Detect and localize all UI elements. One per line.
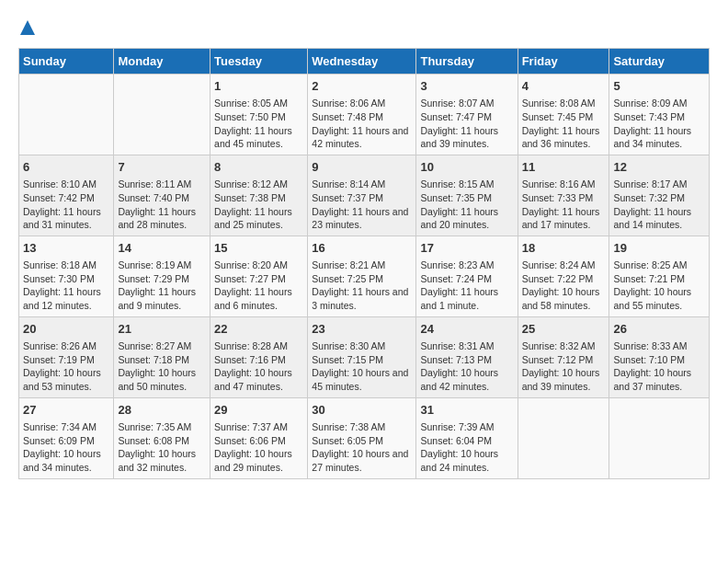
calendar-week-row: 1Sunrise: 8:05 AM Sunset: 7:50 PM Daylig… [19,75,710,155]
day-number: 17 [420,240,513,257]
logo-icon [20,20,35,35]
cell-content: Sunrise: 8:10 AM Sunset: 7:42 PM Dayligh… [23,178,109,232]
day-number: 7 [118,159,206,176]
cell-content: Sunrise: 8:24 AM Sunset: 7:22 PM Dayligh… [522,259,606,313]
day-number: 21 [118,321,206,338]
calendar-cell [114,75,210,155]
day-number: 30 [312,402,412,419]
calendar-cell: 1Sunrise: 8:05 AM Sunset: 7:50 PM Daylig… [210,75,308,155]
calendar-week-row: 27Sunrise: 7:34 AM Sunset: 6:09 PM Dayli… [19,397,710,478]
calendar-cell [609,397,710,478]
cell-content: Sunrise: 8:09 AM Sunset: 7:43 PM Dayligh… [613,97,705,151]
calendar-cell: 21Sunrise: 8:27 AM Sunset: 7:18 PM Dayli… [114,316,210,397]
calendar-cell: 10Sunrise: 8:15 AM Sunset: 7:35 PM Dayli… [416,155,518,236]
day-number: 13 [23,240,109,257]
calendar-cell: 17Sunrise: 8:23 AM Sunset: 7:24 PM Dayli… [416,236,518,316]
cell-content: Sunrise: 8:17 AM Sunset: 7:32 PM Dayligh… [613,178,705,232]
header-cell-monday: Monday [114,49,210,75]
day-number: 4 [522,78,606,95]
day-number: 14 [118,240,206,257]
calendar-cell: 16Sunrise: 8:21 AM Sunset: 7:25 PM Dayli… [308,236,416,316]
calendar-cell: 6Sunrise: 8:10 AM Sunset: 7:42 PM Daylig… [19,155,114,236]
calendar-cell: 8Sunrise: 8:12 AM Sunset: 7:38 PM Daylig… [210,155,308,236]
calendar-cell: 3Sunrise: 8:07 AM Sunset: 7:47 PM Daylig… [416,75,518,155]
day-number: 22 [214,321,303,338]
page-header [18,18,710,39]
day-number: 15 [214,240,303,257]
day-number: 27 [23,402,109,419]
day-number: 23 [312,321,412,338]
cell-content: Sunrise: 8:26 AM Sunset: 7:19 PM Dayligh… [23,339,109,394]
day-number: 2 [312,78,412,95]
cell-content: Sunrise: 8:18 AM Sunset: 7:30 PM Dayligh… [23,259,109,313]
calendar-cell [19,75,114,155]
day-number: 28 [118,402,206,419]
cell-content: Sunrise: 7:39 AM Sunset: 6:04 PM Dayligh… [420,420,513,475]
calendar-cell: 15Sunrise: 8:20 AM Sunset: 7:27 PM Dayli… [210,236,308,316]
cell-content: Sunrise: 8:20 AM Sunset: 7:27 PM Dayligh… [214,259,303,313]
day-number: 25 [522,321,606,338]
calendar-cell: 22Sunrise: 8:28 AM Sunset: 7:16 PM Dayli… [210,316,308,397]
cell-content: Sunrise: 7:35 AM Sunset: 6:08 PM Dayligh… [118,420,206,475]
cell-content: Sunrise: 8:15 AM Sunset: 7:35 PM Dayligh… [420,178,513,232]
day-number: 20 [23,321,109,338]
cell-content: Sunrise: 8:27 AM Sunset: 7:18 PM Dayligh… [118,339,206,394]
calendar-cell: 27Sunrise: 7:34 AM Sunset: 6:09 PM Dayli… [19,397,114,478]
calendar-cell: 26Sunrise: 8:33 AM Sunset: 7:10 PM Dayli… [609,316,710,397]
cell-content: Sunrise: 8:11 AM Sunset: 7:40 PM Dayligh… [118,178,206,232]
calendar-cell: 24Sunrise: 8:31 AM Sunset: 7:13 PM Dayli… [416,316,518,397]
calendar-week-row: 13Sunrise: 8:18 AM Sunset: 7:30 PM Dayli… [19,236,710,316]
calendar-cell: 20Sunrise: 8:26 AM Sunset: 7:19 PM Dayli… [19,316,114,397]
day-number: 12 [613,159,705,176]
calendar-cell: 25Sunrise: 8:32 AM Sunset: 7:12 PM Dayli… [518,316,609,397]
day-number: 10 [420,159,513,176]
day-number: 6 [23,159,109,176]
day-number: 1 [214,78,303,95]
day-number: 5 [613,78,705,95]
svg-marker-0 [20,20,35,35]
cell-content: Sunrise: 7:38 AM Sunset: 6:05 PM Dayligh… [312,420,412,475]
day-number: 8 [214,159,303,176]
day-number: 11 [522,159,606,176]
header-cell-tuesday: Tuesday [210,49,308,75]
calendar-cell: 9Sunrise: 8:14 AM Sunset: 7:37 PM Daylig… [308,155,416,236]
header-cell-saturday: Saturday [609,49,710,75]
cell-content: Sunrise: 8:12 AM Sunset: 7:38 PM Dayligh… [214,178,303,232]
cell-content: Sunrise: 8:30 AM Sunset: 7:15 PM Dayligh… [312,339,412,394]
cell-content: Sunrise: 8:32 AM Sunset: 7:12 PM Dayligh… [522,339,606,394]
calendar-cell: 13Sunrise: 8:18 AM Sunset: 7:30 PM Dayli… [19,236,114,316]
cell-content: Sunrise: 8:21 AM Sunset: 7:25 PM Dayligh… [312,259,412,313]
calendar-cell: 11Sunrise: 8:16 AM Sunset: 7:33 PM Dayli… [518,155,609,236]
calendar-cell: 31Sunrise: 7:39 AM Sunset: 6:04 PM Dayli… [416,397,518,478]
day-number: 16 [312,240,412,257]
cell-content: Sunrise: 8:07 AM Sunset: 7:47 PM Dayligh… [420,97,513,151]
calendar-cell: 29Sunrise: 7:37 AM Sunset: 6:06 PM Dayli… [210,397,308,478]
calendar-cell: 28Sunrise: 7:35 AM Sunset: 6:08 PM Dayli… [114,397,210,478]
cell-content: Sunrise: 8:08 AM Sunset: 7:45 PM Dayligh… [522,97,606,151]
header-cell-friday: Friday [518,49,609,75]
calendar-cell: 19Sunrise: 8:25 AM Sunset: 7:21 PM Dayli… [609,236,710,316]
header-cell-sunday: Sunday [19,49,114,75]
day-number: 31 [420,402,513,419]
day-number: 26 [613,321,705,338]
calendar-table: SundayMondayTuesdayWednesdayThursdayFrid… [18,48,710,479]
calendar-week-row: 6Sunrise: 8:10 AM Sunset: 7:42 PM Daylig… [19,155,710,236]
calendar-body: 1Sunrise: 8:05 AM Sunset: 7:50 PM Daylig… [19,75,710,479]
calendar-cell: 23Sunrise: 8:30 AM Sunset: 7:15 PM Dayli… [308,316,416,397]
calendar-cell: 2Sunrise: 8:06 AM Sunset: 7:48 PM Daylig… [308,75,416,155]
calendar-header: SundayMondayTuesdayWednesdayThursdayFrid… [19,49,710,75]
header-row: SundayMondayTuesdayWednesdayThursdayFrid… [19,49,710,75]
cell-content: Sunrise: 8:25 AM Sunset: 7:21 PM Dayligh… [613,259,705,313]
calendar-cell: 5Sunrise: 8:09 AM Sunset: 7:43 PM Daylig… [609,75,710,155]
cell-content: Sunrise: 8:14 AM Sunset: 7:37 PM Dayligh… [312,178,412,232]
cell-content: Sunrise: 7:37 AM Sunset: 6:06 PM Dayligh… [214,420,303,475]
calendar-cell: 18Sunrise: 8:24 AM Sunset: 7:22 PM Dayli… [518,236,609,316]
day-number: 3 [420,78,513,95]
calendar-cell: 30Sunrise: 7:38 AM Sunset: 6:05 PM Dayli… [308,397,416,478]
calendar-week-row: 20Sunrise: 8:26 AM Sunset: 7:19 PM Dayli… [19,316,710,397]
day-number: 18 [522,240,606,257]
day-number: 19 [613,240,705,257]
cell-content: Sunrise: 7:34 AM Sunset: 6:09 PM Dayligh… [23,420,109,475]
calendar-cell: 7Sunrise: 8:11 AM Sunset: 7:40 PM Daylig… [114,155,210,236]
cell-content: Sunrise: 8:33 AM Sunset: 7:10 PM Dayligh… [613,339,705,394]
